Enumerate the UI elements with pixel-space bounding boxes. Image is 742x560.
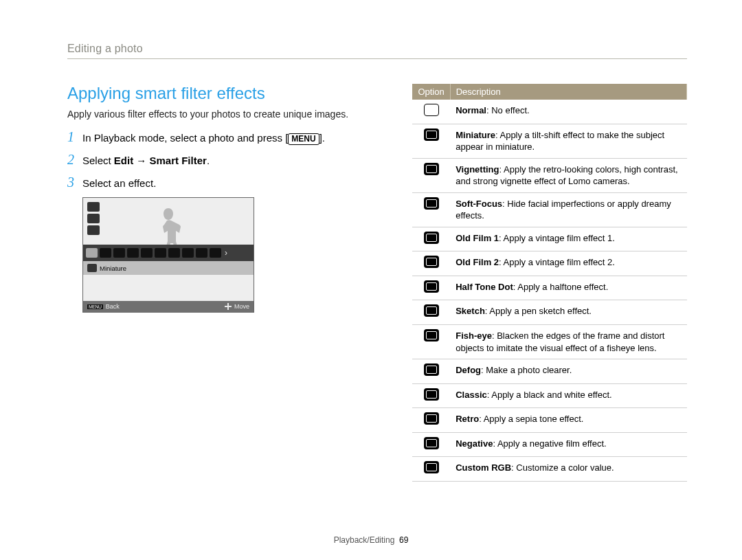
filter-icon [182, 248, 194, 258]
camera-preview: › Miniature MENU Back Move [82, 197, 254, 313]
option-icon [424, 304, 439, 317]
preview-footer: MENU Back Move [83, 301, 254, 312]
option-label: Sketch [456, 306, 485, 316]
option-icon [424, 363, 439, 376]
filter-strip: › [83, 245, 254, 261]
intro-text: Apply various filter effects to your pho… [67, 109, 375, 120]
breadcrumb: Editing a photo [67, 43, 687, 59]
step-text: In Playback mode, select a photo and pre… [82, 132, 288, 144]
option-icon [424, 280, 439, 293]
option-desc-cell: Defog: Make a photo clearer. [450, 359, 686, 384]
option-label: Defog [456, 365, 481, 375]
step-text: ]. [319, 132, 325, 144]
option-icon [424, 104, 439, 116]
option-icon [424, 412, 439, 425]
filter-icon [141, 248, 153, 258]
table-row: Classic: Apply a black and white effect. [412, 383, 686, 408]
option-description: : Apply a vintage film effect 1. [499, 233, 615, 243]
option-icon-cell [412, 192, 450, 227]
preview-side-icons [87, 202, 100, 235]
menu-chip-icon: MENU [87, 304, 103, 309]
filter-icon [127, 248, 139, 258]
option-icon-cell [412, 300, 450, 325]
option-description: : No effect. [486, 105, 530, 115]
table-row: Miniature: Apply a tilt-shift effect to … [412, 124, 686, 158]
table-row: Vignetting: Apply the retro-looking colo… [412, 158, 686, 192]
option-desc-cell: Retro: Apply a sepia tone effect. [450, 408, 686, 433]
more-indicator-icon: › [225, 248, 227, 258]
option-icon-cell [412, 383, 450, 408]
table-row: Negative: Apply a negative film effect. [412, 432, 686, 457]
step-bold: Edit → Smart Filter [114, 155, 207, 166]
selected-filter-label: Miniature [100, 265, 126, 272]
dpad-icon [225, 303, 232, 310]
option-desc-cell: Soft-Focus: Hide facial imperfections or… [450, 192, 686, 227]
option-description: : Apply a black and white effect. [487, 390, 612, 400]
page-number: 69 [399, 535, 408, 545]
footer-move-label: Move [234, 303, 249, 310]
table-row: Normal: No effect. [412, 100, 686, 124]
option-desc-cell: Sketch: Apply a pen sketch effect. [450, 300, 686, 325]
filter-icon [113, 248, 125, 258]
option-label: Fish-eye [456, 331, 492, 341]
option-label: Old Film 2 [456, 257, 499, 267]
option-desc-cell: Vignetting: Apply the retro-looking colo… [450, 158, 686, 192]
table-row: Defog: Make a photo clearer. [412, 359, 686, 384]
option-desc-cell: Custom RGB: Customize a color value. [450, 457, 686, 482]
option-label: Miniature [456, 130, 495, 140]
preview-icon [87, 225, 100, 235]
table-row: Soft-Focus: Hide facial imperfections or… [412, 192, 686, 227]
col-description: Description [450, 84, 686, 100]
option-icon [424, 329, 439, 341]
option-label: Normal [456, 105, 486, 115]
option-icon-cell [412, 432, 450, 457]
table-row: Fish-eye: Blacken the edges of the frame… [412, 325, 686, 359]
filter-icon [196, 248, 207, 258]
option-description: : Apply a halftone effect. [513, 282, 609, 292]
option-label: Negative [456, 438, 493, 449]
option-desc-cell: Old Film 2: Apply a vintage film effect … [450, 251, 686, 276]
option-description: : Customize a color value. [511, 462, 614, 473]
option-icon-cell [412, 251, 450, 276]
filter-icon [86, 248, 98, 258]
option-description: : Apply a negative film effect. [493, 438, 606, 449]
option-desc-cell: Classic: Apply a black and white effect. [450, 383, 686, 408]
selected-filter-icon [87, 264, 97, 272]
preview-icon [87, 214, 100, 223]
option-desc-cell: Fish-eye: Blacken the edges of the frame… [450, 325, 686, 359]
menu-button-chip: MENU [288, 133, 319, 145]
step-number: 3 [67, 175, 82, 190]
option-icon [424, 461, 439, 473]
page-footer: Playback/Editing 69 [0, 535, 742, 545]
filter-icon [100, 248, 111, 258]
filter-icon [155, 248, 166, 258]
option-desc-cell: Old Film 1: Apply a vintage film effect … [450, 227, 686, 251]
option-icon [424, 163, 439, 175]
option-icon-cell [412, 100, 450, 124]
option-desc-cell: Miniature: Apply a tilt-shift effect to … [450, 124, 686, 158]
option-label: Old Film 1 [456, 233, 499, 243]
step-1: 1 In Playback mode, select a photo and p… [67, 129, 375, 145]
step-text: Select [82, 155, 114, 166]
option-icon-cell [412, 457, 450, 482]
step-text: Select an effect. [82, 177, 156, 189]
option-description: : Apply a pen sketch effect. [485, 306, 592, 316]
table-row: Sketch: Apply a pen sketch effect. [412, 300, 686, 325]
step-number: 2 [67, 152, 82, 168]
option-desc-cell: Half Tone Dot: Apply a halftone effect. [450, 276, 686, 300]
option-icon [424, 437, 439, 449]
option-icon-cell [412, 359, 450, 384]
option-icon [424, 128, 439, 141]
col-option: Option [412, 84, 450, 100]
option-description: : Apply a vintage film effect 2. [499, 257, 615, 267]
option-icon [424, 232, 439, 244]
step-3: 3 Select an effect. [67, 175, 375, 190]
step-2: 2 Select Edit → Smart Filter. [67, 152, 375, 168]
filter-icon [210, 248, 221, 258]
option-icon-cell [412, 227, 450, 251]
preview-icon [87, 202, 100, 212]
option-icon-cell [412, 124, 450, 158]
table-row: Half Tone Dot: Apply a halftone effect. [412, 276, 686, 300]
option-icon-cell [412, 276, 450, 300]
option-label: Retro [456, 414, 479, 424]
